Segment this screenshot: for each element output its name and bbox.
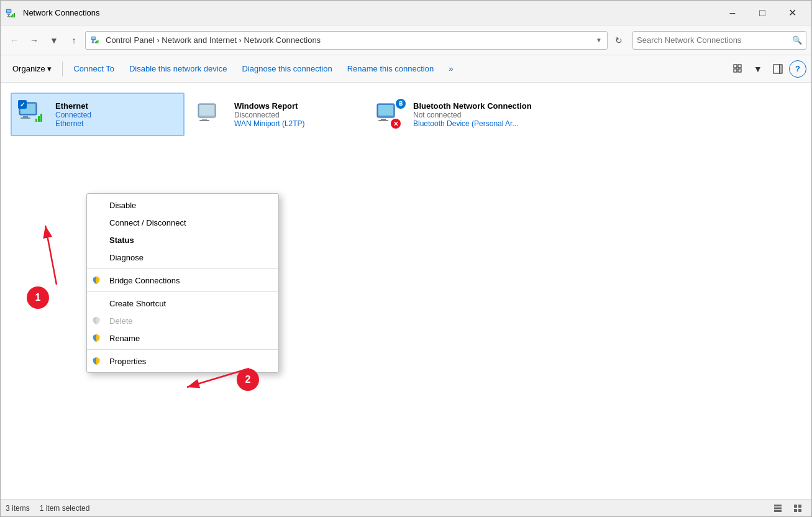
check-overlay [18, 100, 27, 109]
ctx-disable[interactable]: Disable [87, 196, 278, 214]
svg-rect-15 [98, 40, 99, 43]
svg-rect-20 [773, 65, 780, 73]
more-button[interactable]: » [442, 59, 460, 79]
ethernet-type: Ethernet [55, 119, 178, 128]
svg-rect-21 [780, 65, 782, 73]
diagnose-button[interactable]: Diagnose this connection [235, 59, 339, 79]
status-selected: 1 item selected [40, 504, 90, 513]
close-button[interactable]: ✕ [778, 3, 806, 23]
ethernet-status: Connected [55, 111, 178, 119]
ctx-separator-2 [87, 291, 278, 292]
status-count: 3 items [6, 504, 30, 513]
svg-rect-5 [11, 16, 12, 17]
windows-report-icon [196, 99, 226, 129]
ctx-status[interactable]: Status [87, 231, 278, 249]
disable-button[interactable]: Disable this network device [122, 59, 234, 79]
ctx-status-label: Status [109, 236, 134, 245]
ctx-properties-label: Properties [109, 357, 146, 366]
refresh-button[interactable]: ↻ [610, 32, 627, 49]
svg-rect-17 [738, 65, 741, 68]
shield-icon-properties [92, 357, 101, 365]
svg-rect-7 [14, 13, 15, 17]
svg-rect-32 [199, 120, 209, 121]
status-details-view[interactable] [769, 500, 787, 517]
context-menu: Disable Connect / Disconnect Status Diag… [86, 193, 279, 373]
svg-rect-1 [7, 10, 11, 12]
forward-button[interactable]: → [25, 32, 43, 49]
svg-rect-14 [96, 40, 98, 43]
title-controls: – □ ✕ [718, 3, 806, 23]
title-bar: Network Connections – □ ✕ [1, 1, 811, 25]
up-button[interactable]: ↑ [65, 32, 83, 49]
svg-rect-9 [92, 37, 96, 39]
ethernet-info: Ethernet Connected Ethernet [55, 101, 178, 128]
status-bar: 3 items 1 item selected [1, 499, 811, 516]
ctx-create-shortcut-label: Create Shortcut [109, 299, 166, 308]
ctx-properties[interactable]: Properties [87, 352, 278, 370]
ctx-disable-label: Disable [109, 201, 136, 210]
maximize-button[interactable]: □ [748, 3, 777, 23]
connection-item-bluetooth[interactable]: ✕ Ƀ Bluetooth Network Connection Not con… [368, 93, 542, 136]
ctx-create-shortcut[interactable]: Create Shortcut [87, 295, 278, 312]
ctx-bridge[interactable]: Bridge Connections [87, 272, 278, 289]
window-title: Network Connections [23, 8, 718, 17]
minimize-button[interactable]: – [718, 3, 747, 23]
search-input[interactable] [637, 35, 792, 45]
arrow-1 [19, 163, 81, 300]
toolbar-right: ▼ ? [729, 60, 806, 78]
bluetooth-icon-wrapper: ✕ Ƀ [375, 99, 406, 130]
connection-item-ethernet[interactable]: Ethernet Connected Ethernet [11, 93, 185, 136]
connection-item-windows-report[interactable]: Windows Report Disconnected WAN Miniport… [189, 93, 363, 136]
shield-icon-bridge [92, 276, 101, 285]
svg-rect-42 [774, 507, 782, 509]
svg-rect-41 [774, 505, 782, 506]
ctx-connect-disconnect[interactable]: Connect / Disconnect [87, 214, 278, 231]
ctx-separator-3 [87, 349, 278, 350]
toolbar-separator-1 [62, 62, 63, 76]
view-options-button[interactable] [729, 60, 747, 78]
svg-rect-25 [21, 117, 30, 119]
connect-to-button[interactable]: Connect To [66, 59, 121, 79]
back-button[interactable]: ← [6, 32, 23, 49]
organize-button[interactable]: Organize ▾ [6, 59, 58, 79]
svg-line-38 [45, 226, 57, 285]
svg-rect-16 [734, 65, 737, 68]
status-right [769, 500, 806, 517]
windows-report-name: Windows Report [234, 101, 357, 111]
svg-rect-18 [734, 69, 737, 72]
svg-rect-47 [798, 509, 801, 512]
bluetooth-info: Bluetooth Network Connection Not connect… [413, 101, 536, 128]
ctx-diagnose[interactable]: Diagnose [87, 249, 278, 266]
view-dropdown-button[interactable]: ▼ [749, 60, 767, 78]
svg-rect-36 [378, 120, 388, 121]
rename-button[interactable]: Rename this connection [340, 59, 440, 79]
ctx-rename-label: Rename [109, 334, 140, 343]
shield-icon-rename [92, 334, 101, 342]
search-icon: 🔍 [792, 35, 802, 45]
connections-grid: Ethernet Connected Ethernet [11, 93, 801, 136]
help-button[interactable]: ? [789, 60, 806, 78]
annotation-1: 1 [27, 286, 49, 309]
windows-report-info: Windows Report Disconnected WAN Miniport… [234, 101, 357, 128]
preview-pane-button[interactable] [769, 60, 787, 78]
address-box[interactable]: Control Panel › Network and Internet › N… [85, 31, 608, 50]
address-chevron[interactable]: ▼ [596, 37, 602, 43]
ctx-rename[interactable]: Rename [87, 329, 278, 347]
recent-button[interactable]: ▼ [45, 32, 63, 49]
svg-rect-44 [794, 505, 797, 508]
svg-rect-45 [798, 505, 801, 508]
search-box[interactable]: 🔍 [632, 31, 806, 50]
svg-rect-27 [38, 116, 40, 122]
status-large-icons-view[interactable] [789, 500, 806, 517]
svg-rect-6 [12, 14, 14, 17]
ethernet-name: Ethernet [55, 101, 178, 111]
shield-icon-delete [92, 316, 101, 325]
windows-report-status: Disconnected [234, 111, 357, 119]
svg-rect-34 [378, 105, 393, 116]
ctx-bridge-label: Bridge Connections [109, 276, 180, 285]
main-content: Ethernet Connected Ethernet [1, 83, 811, 499]
ethernet-icon-wrapper [17, 99, 48, 130]
svg-rect-30 [199, 105, 214, 116]
bluetooth-badge: Ƀ [396, 99, 406, 109]
ctx-separator-1 [87, 268, 278, 269]
